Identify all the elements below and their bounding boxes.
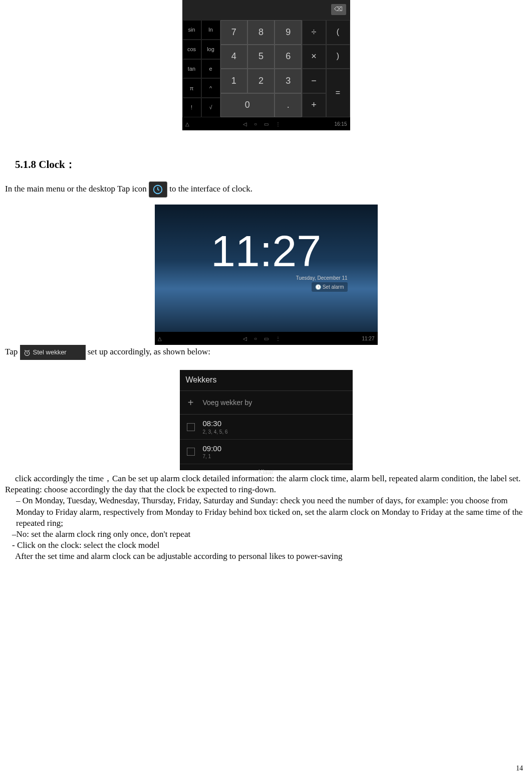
alarm-time: 08:30 [203, 419, 228, 429]
clock-time: 11:27 [155, 223, 378, 280]
key-9: 9 [275, 20, 302, 45]
paren-keys: ( ) = [326, 20, 350, 117]
nav-time: 16:15 [334, 121, 347, 127]
key-fact: ! [182, 98, 201, 117]
body-l4: –No: set the alarm clock ring only once,… [5, 529, 527, 540]
body-l1: click accordingly the time，Can be set up… [5, 473, 527, 484]
backspace-key: ⌫ [331, 4, 346, 15]
key-rparen: ) [326, 45, 350, 69]
key-ln: ln [201, 20, 220, 40]
tap-line: Tap Stel wekker set up accordingly, as s… [5, 345, 527, 360]
key-8: 8 [247, 20, 275, 45]
stel-wekker-button: Stel wekker [20, 345, 86, 360]
tap-before: Tap [5, 347, 18, 356]
key-3: 3 [275, 69, 302, 93]
op-keys: ÷ × − + [302, 20, 326, 117]
key-lparen: ( [326, 20, 350, 45]
android-navbar: △ ◁○▭⋮ 11:27 [155, 332, 378, 345]
key-log: log [201, 40, 220, 59]
add-alarm-row: + Voeg wekker by [180, 391, 353, 415]
key-sin: sin [182, 20, 201, 40]
set-alarm-button: 🕒 Set alarm [312, 282, 348, 292]
body-text: click accordingly the time，Can be set up… [5, 473, 527, 562]
sci-keys: sin ln cos log tan e π ^ ! √ [182, 20, 220, 117]
checkbox-icon [187, 448, 195, 456]
clock-screenshot: 11:27 Tuesday, December 11 🕒 Set alarm △… [155, 205, 378, 345]
android-navbar: △ ◁○▭⋮ 16:15 [182, 117, 350, 130]
key-pi: π [182, 78, 201, 98]
num-keys: 7 8 9 4 5 6 1 2 3 0 . [220, 20, 302, 117]
alarm-row: 08:302, 3, 4, 5, 6 [180, 415, 353, 440]
clock-date: Tuesday, December 11 [296, 275, 348, 281]
wekkers-title: Wekkers [180, 370, 353, 391]
intro-line: In the main menu or the desktop Tap icon… [5, 181, 527, 198]
checkbox-icon [187, 423, 195, 431]
alarm-row: 09:007, 1 [180, 440, 353, 465]
key-mul: × [302, 45, 326, 69]
alarm-days: 2, 3, 4, 5, 6 [203, 429, 228, 435]
key-5: 5 [247, 45, 275, 69]
key-add: + [302, 93, 326, 118]
section-heading: 5.1.8 Clock： [15, 158, 527, 171]
key-dot: . [275, 93, 302, 118]
page-number: 14 [516, 764, 523, 773]
key-6: 6 [275, 45, 302, 69]
key-2: 2 [247, 69, 275, 93]
add-alarm-label: Voeg wekker by [203, 398, 252, 407]
key-div: ÷ [302, 20, 326, 45]
tap-after: set up accordingly, as shown below: [88, 347, 210, 356]
key-sqrt: √ [201, 98, 220, 117]
calculator-screenshot: ⌫ sin ln cos log tan e π ^ ! √ 7 8 9 4 5… [182, 0, 350, 130]
key-eq: = [326, 69, 350, 117]
body-l6: After the set time and alarm clock can b… [5, 551, 527, 562]
body-l5: - Click on the clock: select the clock m… [5, 540, 527, 551]
key-1: 1 [220, 69, 247, 93]
alarm-days: 7, 1 [203, 453, 222, 460]
alarm-time: 09:00 [203, 444, 222, 454]
body-l2: Repeating: choose accordingly the day th… [5, 484, 527, 495]
plus-icon: + [187, 399, 195, 407]
nav-time: 11:27 [362, 335, 374, 342]
key-cos: cos [182, 40, 201, 59]
clock-app-icon [149, 181, 167, 198]
key-7: 7 [220, 20, 247, 45]
calculator-display: ⌫ [182, 0, 350, 20]
intro-before: In the main menu or the desktop Tap icon [5, 184, 147, 193]
key-tan: tan [182, 59, 201, 79]
key-0: 0 [220, 93, 275, 118]
key-sub: − [302, 69, 326, 93]
body-l3: – On Monday, Tuesday, Wednesday, Thursda… [5, 495, 527, 528]
wekkers-screenshot: Wekkers + Voeg wekker by 08:302, 3, 4, 5… [180, 370, 353, 470]
key-4: 4 [220, 45, 247, 69]
intro-after: to the interface of clock. [169, 184, 252, 193]
key-pow: ^ [201, 78, 220, 98]
key-e: e [201, 59, 220, 79]
